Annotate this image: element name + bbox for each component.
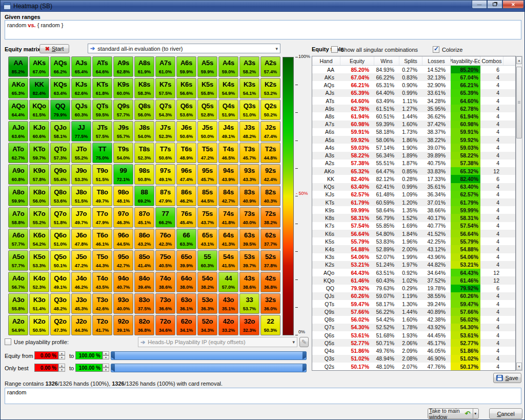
matrix-cell-85o[interactable]: 85o41.4%: [134, 250, 154, 271]
matrix-cell-J6o[interactable]: J6o47.8%: [71, 229, 91, 249]
matrix-cell-TT[interactable]: TT75.0%: [92, 143, 112, 163]
slider-right-handle[interactable]: [302, 352, 306, 359]
table-row-QJs[interactable]: QJs60.26%59.07%1.19%38.55%60.26%4: [312, 292, 515, 300]
column-header-losses[interactable]: Losses: [422, 56, 451, 65]
matrix-cell-55[interactable]: 5560.3%: [197, 250, 217, 271]
matrix-cell-87s[interactable]: 87s47.9%: [155, 186, 175, 206]
matrix-cell-T2s[interactable]: T2s44.8%: [260, 143, 280, 163]
table-row-K6s[interactable]: K6s56.64%54.80%1.84%41.52%56.64%4: [312, 230, 515, 237]
matrix-cell-T8o[interactable]: T8o49.7%: [92, 186, 112, 206]
matrix-cell-22[interactable]: 2250.3%: [260, 315, 280, 335]
matrix-cell-A3s[interactable]: A3s58.2%: [239, 56, 259, 77]
restore-button[interactable]: [487, 1, 502, 9]
matrix-cell-66[interactable]: 6663.3%: [176, 229, 196, 249]
matrix-cell-Q3s[interactable]: Q3s51.0%: [239, 99, 259, 120]
matrix-cell-43o[interactable]: 43o35.1%: [218, 293, 238, 314]
matrix-cell-52o[interactable]: 52o34.3%: [197, 315, 217, 335]
scrollbar-thumb[interactable]: [516, 67, 522, 138]
matrix-cell-98o[interactable]: 98o48.1%: [113, 186, 133, 206]
matrix-cell-T4s[interactable]: T4s46.5%: [218, 143, 238, 163]
matrix-cell-T9s[interactable]: T9s54.0%: [113, 143, 133, 163]
matrix-cell-85s[interactable]: 85s44.5%: [197, 186, 217, 206]
matrix-cell-64o[interactable]: 64o38.0%: [176, 272, 196, 292]
table-row-K5s[interactable]: K5s55.79%53.83%1.96%42.25%55.79%4: [312, 237, 515, 245]
matrix-cell-AKs[interactable]: AKs67.0%: [29, 56, 49, 77]
matrix-cell-QTo[interactable]: QTo57.3%: [50, 143, 70, 163]
table-row-Q8s[interactable]: Q8s56.02%54.42%1.60%42.38%56.02%4: [312, 316, 515, 324]
table-row-QQ[interactable]: QQ79.92%79.63%0.29%19.78%79.92%6: [312, 285, 515, 292]
matrix-cell-84s[interactable]: 84s42.7%: [218, 186, 238, 206]
matrix-cell-J4s[interactable]: J4s49.1%: [218, 121, 238, 142]
matrix-cell-KJo[interactable]: KJo60.6%: [29, 121, 49, 142]
table-scrollbar[interactable]: ▲ ▼: [516, 56, 522, 371]
matrix-cell-A8o[interactable]: A8o59.9%: [8, 186, 28, 206]
matrix-cell-Q9o[interactable]: Q9o55.4%: [50, 164, 70, 185]
use-playability-checkbox[interactable]: Use playability profile:: [5, 338, 69, 345]
range-input[interactable]: random: [5, 388, 521, 404]
column-header-combos[interactable]: Combos: [480, 56, 503, 65]
matrix-cell-Q6o[interactable]: Q6o51.0%: [50, 229, 70, 249]
table-row-AA[interactable]: AA85.20%84.93%0.27%14.52%85.20%6: [312, 66, 515, 73]
matrix-cell-KTs[interactable]: KTs61.8%: [92, 78, 112, 98]
table-row-K7s[interactable]: K7s57.54%55.85%1.69%40.77%57.54%4: [312, 222, 515, 230]
matrix-cell-Q7s[interactable]: Q7s54.3%: [155, 99, 175, 120]
matrix-cell-AQs[interactable]: AQs66.2%: [50, 56, 70, 77]
matrix-cell-Q3o[interactable]: Q3o48.2%: [50, 293, 70, 314]
scroll-down-icon[interactable]: ▼: [516, 363, 522, 370]
matrix-cell-QQ[interactable]: QQ79.9%: [50, 99, 70, 120]
matrix-cell-63o[interactable]: 63o36.1%: [176, 293, 196, 314]
equity-from-min-field[interactable]: 0.00 %: [34, 351, 58, 359]
matrix-cell-74s[interactable]: 74s41.8%: [218, 207, 238, 228]
column-header-playability-eq-[interactable]: Playability-Eq.: [451, 56, 480, 65]
matrix-cell-Q2s[interactable]: Q2s50.2%: [260, 99, 280, 120]
matrix-cell-A9o[interactable]: A9o60.8%: [8, 164, 28, 185]
matrix-cell-64s[interactable]: 64s41.3%: [218, 229, 238, 249]
matrix-cell-54o[interactable]: 54o38.2%: [197, 272, 217, 292]
matrix-cell-K7s[interactable]: K7s57.5%: [155, 78, 175, 98]
matrix-cell-AJs[interactable]: AJs65.4%: [71, 56, 91, 77]
matrix-cell-54s[interactable]: 54s41.5%: [218, 250, 238, 271]
matrix-cell-ATo[interactable]: ATo62.7%: [8, 143, 28, 163]
slider-right-handle[interactable]: [302, 364, 306, 372]
table-row-A6s[interactable]: A6s59.91%58.18%1.73%38.37%59.91%4: [312, 128, 515, 136]
take-split-dropdown[interactable]: ▾: [473, 409, 477, 418]
matrix-cell-JTo[interactable]: JTo55.2%: [71, 143, 91, 163]
matrix-cell-K3o[interactable]: K3o51.4%: [29, 293, 49, 314]
matrix-cell-32s[interactable]: 32s36.0%: [260, 293, 280, 314]
slider-left-handle[interactable]: [111, 364, 115, 372]
matrix-cell-Q8o[interactable]: Q8o53.6%: [50, 186, 70, 206]
matrix-cell-J8o[interactable]: J8o51.5%: [71, 186, 91, 206]
table-row-Q5s[interactable]: Q5s52.77%50.71%2.06%45.17%52.77%4: [312, 339, 515, 347]
matrix-cell-72o[interactable]: 72o34.6%: [155, 315, 175, 335]
matrix-cell-AJo[interactable]: AJo63.6%: [8, 121, 28, 142]
matrix-cell-95s[interactable]: 95s45.7%: [197, 164, 217, 185]
table-row-Q4s[interactable]: Q4s51.86%49.76%2.09%46.05%51.86%4: [312, 347, 515, 354]
matrix-cell-Q7o[interactable]: Q7o51.8%: [50, 207, 70, 228]
equity-table-header[interactable]: HandEquityWinsSplitsLossesPlayability-Eq…: [312, 56, 515, 66]
matrix-cell-88[interactable]: 8869.2%: [134, 186, 154, 206]
matrix-cell-Q8s[interactable]: Q8s56.0%: [134, 99, 154, 120]
matrix-cell-K2s[interactable]: K2s53.2%: [260, 78, 280, 98]
matrix-cell-75o[interactable]: 75o40.5%: [155, 250, 175, 271]
matrix-cell-T5o[interactable]: T5o44.3%: [92, 250, 112, 271]
matrix-cell-KQo[interactable]: KQo61.5%: [29, 99, 49, 120]
matrix-cell-92o[interactable]: 92o39.1%: [113, 315, 133, 335]
matrix-cell-T5s[interactable]: T5s47.2%: [197, 143, 217, 163]
matrix-cell-J3o[interactable]: J3o45.3%: [71, 293, 91, 314]
matrix-cell-Q4s[interactable]: Q4s51.9%: [218, 99, 238, 120]
column-header-wins[interactable]: Wins: [374, 56, 399, 65]
matrix-cell-AKo[interactable]: AKo65.3%: [8, 78, 28, 98]
matrix-cell-J2o[interactable]: J2o44.3%: [71, 315, 91, 335]
show-all-combinations-checkbox[interactable]: Show all singular combinations: [331, 46, 418, 53]
matrix-cell-43s[interactable]: 43s38.6%: [239, 272, 259, 292]
matrix-cell-96o[interactable]: 96o44.5%: [113, 229, 133, 249]
table-row-A2s[interactable]: A2s57.38%55.51%1.87%40.75%57.38%4: [312, 159, 515, 167]
titlebar[interactable]: Heatmap (SB) — ✕: [1, 1, 525, 12]
matrix-cell-Q2o[interactable]: Q2o47.3%: [50, 315, 70, 335]
matrix-cell-76s[interactable]: 76s45.4%: [176, 207, 196, 228]
matrix-cell-J3s[interactable]: J3s48.2%: [239, 121, 259, 142]
table-row-K4s[interactable]: K4s54.88%52.89%2.00%43.12%54.88%4: [312, 245, 515, 253]
evaluation-dropdown[interactable]: ➔ standard all-in evaluation (to river) …: [88, 44, 280, 53]
matrix-cell-97s[interactable]: 97s49.1%: [155, 164, 175, 185]
only-best-max-field[interactable]: 100.00 %: [75, 364, 103, 372]
